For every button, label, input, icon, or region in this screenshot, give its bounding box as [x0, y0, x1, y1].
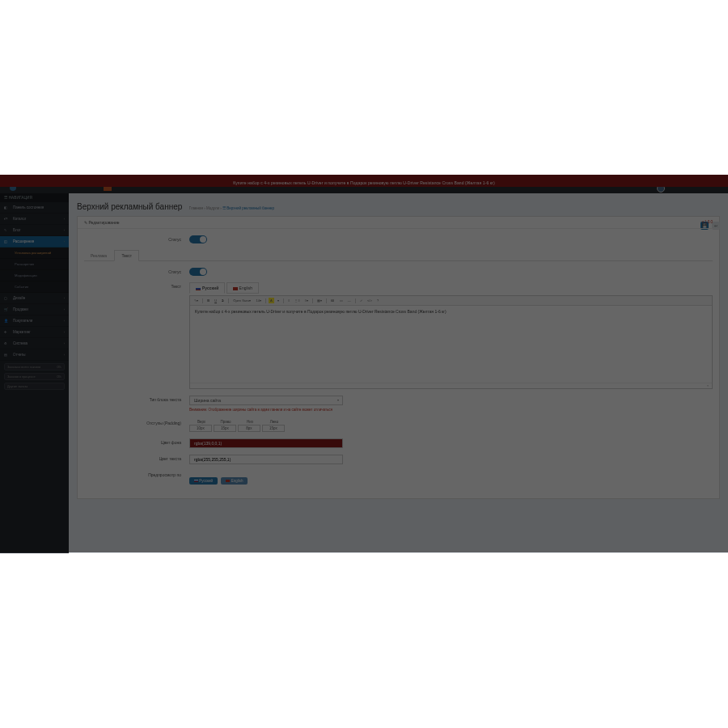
share-icon: ✣ — [4, 330, 6, 334]
preview-en-button[interactable]: English — [221, 477, 248, 485]
rich-editor: ✎▾ B U S̶ Open Sans▾ 14▾ A ▾ ≡ ⋮≡ ≡▾ ▦▾ — [189, 295, 713, 389]
table-button[interactable]: ▦▾ — [315, 298, 324, 303]
preview-ru-button[interactable]: Русский — [189, 477, 218, 485]
sidebar-item-design[interactable]: ▢Дизайн› — [0, 293, 69, 304]
tv-icon: ▢ — [4, 296, 7, 300]
editor-resize[interactable]: ≡ — [190, 383, 712, 388]
chevron-right-icon: › — [64, 319, 65, 323]
sidebar-item-catalog[interactable]: 🏷Каталог› — [0, 214, 69, 225]
padding-label: Отступы (Padding) — [84, 419, 189, 425]
lang-tab-en[interactable]: English — [226, 282, 259, 294]
section-tabs: Реклама Текст — [84, 250, 713, 261]
status-toggle[interactable] — [189, 235, 207, 243]
text-color-button[interactable]: A — [269, 298, 274, 303]
pad-bot-input[interactable]: 8px — [238, 425, 260, 432]
app-header — [0, 187, 728, 193]
promo-banner: Купите набор с 4-х резиновых петель U-Dr… — [0, 179, 728, 187]
main-content: Верхний рекламный баннер Главная › Модул… — [69, 193, 728, 553]
link-button[interactable]: ⛓ — [329, 298, 336, 303]
align-button[interactable]: ≡▾ — [303, 298, 310, 303]
chevron-right-icon: › — [64, 239, 65, 243]
sidebar-item-sales[interactable]: 🛒Продажи› — [0, 304, 69, 315]
tab-reklama[interactable]: Реклама — [84, 251, 113, 260]
text-color-input[interactable]: rgba(255,255,255,1) — [189, 455, 343, 464]
editor-content[interactable]: Купите набор с 4-х резиновых петель U-Dr… — [190, 306, 712, 383]
lang-tab-ru[interactable]: Русский — [189, 282, 225, 294]
block-type-warning: Внимание: Отображение ширины сайта в адм… — [189, 408, 351, 413]
bg-color-input[interactable]: rgba(139,0,0,1) — [189, 438, 343, 448]
puzzle-icon: ◫ — [4, 239, 7, 243]
chevron-right-icon: › — [64, 228, 65, 232]
sidebar-item-system[interactable]: ⚙Система› — [0, 338, 69, 349]
pad-top-input[interactable]: 10px — [189, 425, 212, 432]
chevron-right-icon: › — [64, 296, 65, 300]
sidebar-subitem-mods[interactable]: Модификации — [0, 270, 69, 281]
tab-text[interactable]: Текст — [114, 250, 139, 261]
cart-icon: 🛒 — [4, 307, 8, 311]
flag-en-icon — [233, 287, 238, 290]
chevron-right-icon: › — [64, 217, 65, 221]
sidebar-item-extensions[interactable]: ◫Расширения› — [0, 236, 69, 248]
image-button[interactable]: ▭ — [338, 298, 345, 303]
stat-orders-total: Заказано всего заказов0% — [4, 363, 65, 370]
nav-header: ☰ НАВИГАЦИЯ — [0, 193, 69, 202]
help-button[interactable]: ? — [375, 298, 380, 303]
stat-orders-other: Другие заказы — [4, 383, 65, 390]
chevron-right-icon: › — [64, 353, 65, 357]
text-color-label: Цвет текста — [84, 455, 189, 461]
preview-label: Предпросмотр по — [84, 471, 189, 477]
sidebar-item-customers[interactable]: 👤Покупатели› — [0, 315, 69, 327]
editor-toolbar: ✎▾ B U S̶ Open Sans▾ 14▾ A ▾ ≡ ⋮≡ ≡▾ ▦▾ — [190, 296, 712, 306]
status-label: Статус — [84, 235, 189, 242]
underline-button[interactable]: U — [213, 298, 218, 303]
sidebar: ☰ НАВИГАЦИЯ ◧Панель состояния 🏷Каталог› … — [0, 193, 69, 553]
bold-button[interactable]: B — [205, 298, 211, 303]
fullscreen-button[interactable]: ⤢ — [358, 298, 364, 303]
breadcrumb-current[interactable]: ☰ Верхний рекламный баннер — [222, 206, 274, 210]
gear-icon: ⚙ — [4, 341, 7, 345]
more-color-button[interactable]: ▾ — [276, 298, 281, 303]
block-type-label: Тип блока текста — [84, 396, 189, 402]
style-dropdown[interactable]: ✎▾ — [193, 298, 200, 303]
chart-icon: ▤ — [4, 353, 7, 357]
panel-header: ✎ Редактирование v.1.0.0 — [78, 217, 719, 229]
text-label: Текст — [84, 282, 189, 289]
pencil-icon: ✎ — [4, 228, 6, 232]
flag-ru-icon — [196, 287, 201, 290]
sidebar-item-blog[interactable]: ✎Блог› — [0, 225, 69, 236]
hr-button[interactable]: — — [346, 298, 353, 303]
user-icon: 👤 — [4, 319, 8, 323]
bg-color-label: Цвет фона — [84, 438, 189, 445]
status2-label: Статус — [84, 268, 189, 274]
list-ol-button[interactable]: ⋮≡ — [293, 298, 301, 303]
status2-toggle[interactable] — [189, 268, 207, 276]
font-size-select[interactable]: 14▾ — [254, 298, 262, 303]
tag-icon: 🏷 — [4, 217, 7, 221]
version-badge: v.1.0.0 — [702, 220, 713, 224]
chevron-right-icon: › — [64, 341, 65, 345]
list-ul-button[interactable]: ≡ — [286, 298, 291, 303]
sidebar-subitem-events[interactable]: События — [0, 281, 69, 293]
code-button[interactable]: </> — [366, 298, 374, 303]
chevron-right-icon: › — [64, 307, 65, 311]
sidebar-subitem-manage[interactable]: Установка расширений — [0, 248, 69, 259]
chevron-right-icon: › — [64, 330, 65, 334]
sidebar-item-dashboard[interactable]: ◧Панель состояния — [0, 202, 69, 214]
dashboard-icon: ◧ — [4, 205, 7, 210]
pad-right-input[interactable]: 15px — [214, 425, 236, 432]
breadcrumb: Главная › Модули › ☰ Верхний рекламный б… — [189, 206, 274, 210]
strike-button[interactable]: S̶ — [220, 298, 226, 303]
font-family-select[interactable]: Open Sans▾ — [231, 298, 252, 303]
sidebar-item-marketing[interactable]: ✣Маркетинг› — [0, 327, 69, 338]
block-type-select[interactable]: Ширина сайта — [189, 396, 343, 405]
pad-left-input[interactable]: 15px — [262, 425, 285, 432]
edit-panel: ✎ Редактирование v.1.0.0 Статус Реклама … — [77, 216, 720, 499]
sidebar-item-reports[interactable]: ▤Отчеты› — [0, 349, 69, 361]
sidebar-subitem-extensions[interactable]: Расширения — [0, 259, 69, 270]
stat-orders-progress: Заказов в процессе0% — [4, 373, 65, 380]
page-title: Верхний рекламный баннер — [77, 202, 182, 211]
